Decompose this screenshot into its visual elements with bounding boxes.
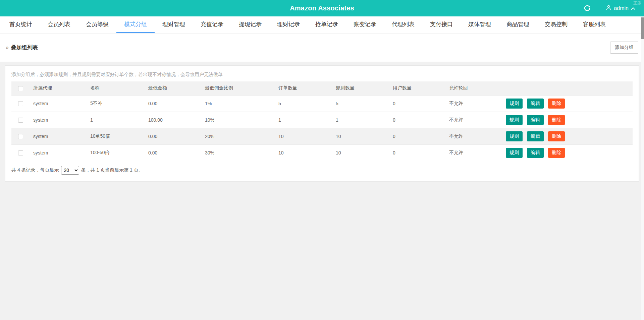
cell-min_amount: 0.00	[148, 101, 157, 106]
hint-text: 添加分组后，必须添加规则，并且规则需要对应好订单个数，若出现不对称情况，会导致用…	[11, 72, 633, 78]
cell-orders: 10	[278, 150, 284, 155]
nav-item[interactable]: 账变记录	[346, 16, 384, 33]
delete-button[interactable]: 删除	[548, 131, 565, 141]
cell-users: 0	[393, 117, 395, 123]
cell-loop: 不允许	[449, 101, 463, 106]
rule-button[interactable]: 规则	[506, 131, 523, 141]
nav-item[interactable]: 媒体管理	[461, 16, 499, 33]
page-title: 叠加组列表	[11, 44, 38, 51]
nav-item[interactable]: 客服列表	[575, 16, 613, 33]
add-group-button[interactable]: 添加分组	[610, 42, 638, 54]
nav-item[interactable]: 抢单记录	[308, 16, 346, 33]
nav-item[interactable]: 代理列表	[384, 16, 422, 33]
col-actions	[506, 81, 633, 95]
rule-button[interactable]: 规则	[506, 99, 523, 109]
double-chevron-icon: »	[6, 45, 9, 51]
nav-item[interactable]: 首页统计	[2, 16, 40, 33]
nav-item-label: 理财管理	[162, 21, 185, 27]
nav-item-label: 抢单记录	[315, 21, 338, 27]
nav-item[interactable]: 提现记录	[231, 16, 269, 33]
delete-button[interactable]: 删除	[548, 115, 565, 125]
nav-item[interactable]: 会员列表	[40, 16, 78, 33]
edit-button[interactable]: 编辑	[527, 99, 544, 109]
nav-item[interactable]: 理财记录	[269, 16, 308, 33]
nav-item-label: 支付接口	[430, 21, 453, 27]
table-header-row: 所属代理 名称 最低金额 最低佣金比例 订单数量 规则数量 用户数量 允许轮回	[11, 81, 633, 95]
refresh-icon[interactable]	[584, 5, 590, 11]
row-checkbox[interactable]	[18, 101, 23, 106]
nav-item-label: 理财记录	[277, 21, 300, 27]
cell-name: 100-50倍	[90, 150, 110, 155]
nav-item-label: 客服列表	[583, 21, 606, 27]
rule-button[interactable]: 规则	[506, 148, 523, 158]
edit-button[interactable]: 编辑	[527, 115, 544, 125]
nav-item[interactable]: 充值记录	[193, 16, 231, 33]
cell-users: 0	[393, 101, 395, 106]
delete-button[interactable]: 删除	[548, 99, 565, 109]
table-body: system5不补0.001%550不允许规则编辑删除system1100.00…	[11, 95, 633, 161]
edit-button[interactable]: 编辑	[527, 148, 544, 158]
col-min-amount: 最低金额	[148, 81, 205, 95]
row-checkbox[interactable]	[18, 150, 23, 155]
cell-min_commission: 10%	[205, 117, 214, 123]
scrollbar[interactable]	[641, 16, 644, 320]
scrollbar-thumb[interactable]	[641, 17, 644, 39]
group-table: 所属代理 名称 最低金额 最低佣金比例 订单数量 规则数量 用户数量 允许轮回 …	[11, 81, 633, 161]
nav-item-label: 会员列表	[48, 21, 70, 27]
table-row: system100-50倍0.0030%10100不允许规则编辑删除	[11, 144, 633, 161]
table-row: system5不补0.001%550不允许规则编辑删除	[11, 95, 633, 112]
table-row: system10单50倍0.0020%10100不允许规则编辑删除	[11, 128, 633, 144]
cell-min_amount: 0.00	[148, 134, 157, 139]
nav-item[interactable]: 商品管理	[499, 16, 537, 33]
user-menu[interactable]: admin	[606, 5, 635, 12]
col-rules: 规则数量	[336, 81, 393, 95]
cell-name: 1	[90, 117, 93, 123]
page-size-select[interactable]: 20	[61, 166, 79, 175]
nav-item[interactable]: 理财管理	[155, 16, 193, 33]
cell-agent: system	[33, 101, 48, 106]
cell-orders: 5	[278, 101, 281, 106]
cell-loop: 不允许	[449, 133, 463, 139]
breadcrumb: » 叠加组列表	[6, 44, 38, 51]
nav-item[interactable]: 模式分组	[116, 16, 155, 33]
cell-loop: 不允许	[449, 117, 463, 122]
col-agent: 所属代理	[33, 81, 90, 95]
rule-button[interactable]: 规则	[506, 115, 523, 125]
cell-name: 10单50倍	[90, 133, 110, 139]
cell-users: 0	[393, 134, 395, 139]
topbar-right: admin	[584, 0, 635, 16]
cell-min_commission: 1%	[205, 101, 212, 106]
cell-min_commission: 30%	[205, 150, 214, 155]
nav-item[interactable]: 交易控制	[537, 16, 575, 33]
row-checkbox[interactable]	[18, 134, 23, 139]
cell-rules: 10	[336, 150, 341, 155]
nav-item-label: 代理列表	[392, 21, 415, 27]
row-checkbox[interactable]	[18, 118, 23, 123]
col-loop: 允许轮回	[449, 81, 506, 95]
topbar: Amazon Associates 正版 admin	[0, 0, 644, 16]
nav-item-label: 充值记录	[201, 21, 223, 27]
select-all-checkbox[interactable]	[18, 86, 23, 91]
nav-item-label: 账变记录	[354, 21, 376, 27]
edit-button[interactable]: 编辑	[527, 131, 544, 141]
col-users: 用户数量	[393, 81, 449, 95]
username: admin	[614, 5, 629, 11]
cell-min_commission: 20%	[205, 134, 214, 139]
nav-item[interactable]: 支付接口	[422, 16, 461, 33]
cell-agent: system	[33, 134, 48, 139]
nav-item[interactable]: 会员等级	[78, 16, 116, 33]
pagination: 共 4 条记录，每页显示 20 条，共 1 页当前显示第 1 页。	[11, 166, 633, 175]
cell-orders: 1	[278, 117, 281, 123]
col-min-commission: 最低佣金比例	[205, 81, 278, 95]
cell-users: 0	[393, 150, 395, 155]
delete-button[interactable]: 删除	[548, 148, 565, 158]
nav-item-label: 商品管理	[506, 21, 529, 27]
group-list-card: 添加分组后，必须添加规则，并且规则需要对应好订单个数，若出现不对称情况，会导致用…	[5, 65, 639, 182]
nav: 首页统计会员列表会员等级模式分组理财管理充值记录提现记录理财记录抢单记录账变记录…	[0, 16, 644, 34]
pagination-suffix: 条，共 1 页当前显示第 1 页。	[81, 167, 143, 173]
cell-name: 5不补	[90, 101, 102, 106]
nav-item-label: 模式分组	[124, 21, 147, 27]
cell-min_amount: 0.00	[148, 150, 157, 155]
cell-rules: 5	[336, 101, 338, 106]
nav-item-label: 会员等级	[86, 21, 109, 27]
